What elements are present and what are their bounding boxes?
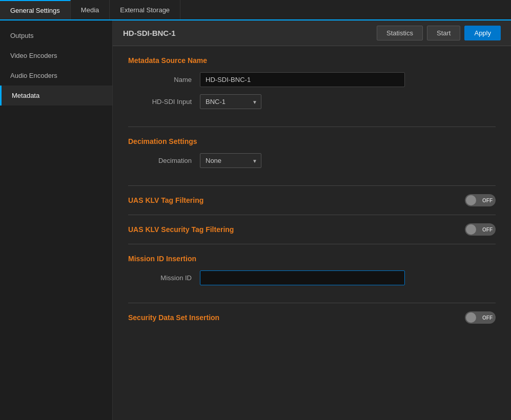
toggle-knob: [466, 195, 476, 205]
decimation-select-wrapper: None 1/2 1/4 1/8 ▼: [200, 153, 261, 168]
tab-bar: General Settings Media External Storage: [0, 0, 511, 20]
apply-button[interactable]: Apply: [464, 26, 501, 40]
uas-klv-filtering-label: UAS KLV Tag Filtering: [128, 196, 203, 204]
decimation-settings-title: Decimation Settings: [128, 137, 496, 145]
hd-sdi-label: HD-SDI Input: [128, 98, 200, 106]
toggle-off-text: OFF: [482, 198, 493, 203]
name-label: Name: [128, 76, 200, 83]
security-data-set-toggle[interactable]: OFF: [465, 311, 496, 324]
start-button[interactable]: Start: [427, 26, 460, 40]
statistics-button[interactable]: Statistics: [377, 26, 423, 40]
sidebar-item-outputs[interactable]: Outputs: [0, 26, 112, 46]
tab-general-settings[interactable]: General Settings: [0, 0, 71, 19]
uas-klv-security-toggle[interactable]: OFF: [465, 223, 496, 236]
name-input[interactable]: [200, 72, 405, 87]
main-layout: Outputs Video Encoders Audio Encoders Me…: [0, 20, 511, 420]
toggle-off-text-2: OFF: [482, 227, 493, 233]
content-area: HD-SDI-BNC-1 Statistics Start Apply Meta…: [113, 20, 511, 420]
tab-external-storage[interactable]: External Storage: [110, 0, 180, 19]
decimation-control: None 1/2 1/4 1/8 ▼: [200, 153, 405, 168]
security-data-set-label: Security Data Set Insertion: [128, 313, 219, 322]
toggle-knob-3: [466, 312, 476, 323]
mission-id-input[interactable]: [200, 270, 405, 285]
uas-klv-filtering-row: UAS KLV Tag Filtering OFF: [113, 186, 511, 215]
sidebar-item-audio-encoders[interactable]: Audio Encoders: [0, 66, 112, 86]
uas-klv-security-row: UAS KLV Security Tag Filtering OFF: [113, 215, 511, 244]
mission-id-section: Mission ID Insertion Mission ID: [113, 244, 511, 303]
name-control: [200, 72, 405, 87]
sidebar-item-video-encoders[interactable]: Video Encoders: [0, 46, 112, 66]
uas-klv-filtering-toggle[interactable]: OFF: [465, 194, 496, 206]
metadata-source-title: Metadata Source Name: [128, 56, 496, 65]
mission-id-label: Mission ID: [128, 274, 200, 282]
mission-id-row: Mission ID: [128, 270, 496, 285]
hd-sdi-control: BNC-1 BNC-2 BNC-3 ▼: [200, 94, 405, 109]
sidebar: Outputs Video Encoders Audio Encoders Me…: [0, 20, 113, 420]
mission-id-control: [200, 270, 405, 285]
sidebar-item-metadata[interactable]: Metadata: [0, 86, 112, 106]
content-header: HD-SDI-BNC-1 Statistics Start Apply: [113, 20, 511, 46]
decimation-label: Decimation: [128, 157, 200, 164]
decimation-select[interactable]: None 1/2 1/4 1/8: [200, 153, 261, 168]
hd-sdi-select-wrapper: BNC-1 BNC-2 BNC-3 ▼: [200, 94, 261, 109]
mission-id-title: Mission ID Insertion: [128, 255, 496, 263]
toggle-off-text-3: OFF: [482, 315, 493, 321]
metadata-source-section: Metadata Source Name Name HD-SDI Input B…: [113, 46, 511, 127]
decimation-row: Decimation None 1/2 1/4 1/8 ▼: [128, 153, 496, 168]
name-row: Name: [128, 72, 496, 87]
toggle-knob-2: [466, 224, 476, 235]
security-data-set-row: Security Data Set Insertion OFF: [113, 303, 511, 332]
tab-media[interactable]: Media: [71, 0, 110, 19]
hd-sdi-input-row: HD-SDI Input BNC-1 BNC-2 BNC-3 ▼: [128, 94, 496, 109]
hd-sdi-select[interactable]: BNC-1 BNC-2 BNC-3: [200, 94, 261, 109]
decimation-section: Decimation Settings Decimation None 1/2 …: [113, 127, 511, 185]
page-title: HD-SDI-BNC-1: [123, 29, 373, 37]
uas-klv-security-label: UAS KLV Security Tag Filtering: [128, 225, 234, 234]
